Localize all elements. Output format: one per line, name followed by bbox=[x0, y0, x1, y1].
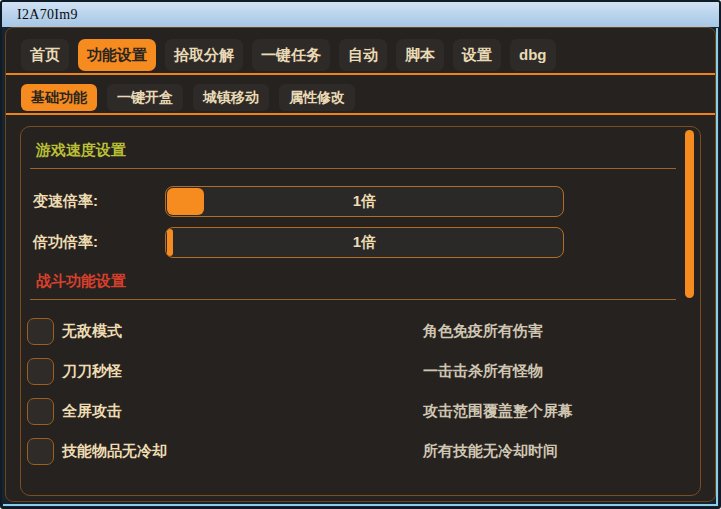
window-title: I2A70Im9 bbox=[17, 7, 78, 23]
toggle-row-skill-no-cooldown: 技能物品无冷却 所有技能无冷却时间 bbox=[27, 436, 678, 466]
checkbox-one-hit-kill[interactable] bbox=[27, 358, 54, 385]
checkbox-skill-no-cooldown[interactable] bbox=[27, 438, 54, 465]
speed-multiplier-label: 变速倍率: bbox=[27, 192, 165, 211]
app-window: I2A70Im9 首页 功能设置 拾取分解 一键任务 自动 脚本 设置 dbg … bbox=[0, 0, 721, 509]
toggle-label: 技能物品无冷却 bbox=[62, 442, 167, 461]
toggle-description: 角色免疫所有伤害 bbox=[423, 322, 543, 341]
main-tab-bar: 首页 功能设置 拾取分解 一键任务 自动 脚本 设置 dbg bbox=[6, 28, 715, 71]
speed-multiplier-slider[interactable]: 1倍 bbox=[165, 186, 564, 217]
section-title-game-speed: 游戏速度设置 bbox=[36, 140, 678, 160]
speed-multiplier-value: 1倍 bbox=[353, 192, 376, 211]
settings-panel: 游戏速度设置 变速倍率: 1倍 倍功倍率: 1倍 战斗功能设置 bbox=[20, 126, 701, 496]
toggle-description: 一击击杀所有怪物 bbox=[423, 362, 543, 381]
speed-multiplier-row: 变速倍率: 1倍 bbox=[27, 186, 678, 217]
scrollbar-thumb[interactable] bbox=[685, 130, 694, 298]
power-multiplier-value: 1倍 bbox=[353, 233, 376, 252]
subtab-town-move[interactable]: 城镇移动 bbox=[193, 84, 269, 111]
subtab-attribute-modify[interactable]: 属性修改 bbox=[279, 84, 355, 111]
tab-function-settings[interactable]: 功能设置 bbox=[78, 39, 156, 71]
tab-auto[interactable]: 自动 bbox=[339, 39, 387, 71]
section-divider bbox=[30, 299, 676, 300]
tab-dbg[interactable]: dbg bbox=[510, 39, 556, 71]
slider-handle[interactable] bbox=[167, 229, 173, 256]
tab-home[interactable]: 首页 bbox=[21, 39, 69, 71]
subtab-basic-functions[interactable]: 基础功能 bbox=[21, 84, 97, 111]
tab-pickup-decompose[interactable]: 拾取分解 bbox=[165, 39, 243, 71]
toggle-label: 刀刀秒怪 bbox=[62, 362, 122, 381]
power-multiplier-slider[interactable]: 1倍 bbox=[165, 227, 564, 258]
tab-script[interactable]: 脚本 bbox=[396, 39, 444, 71]
power-multiplier-row: 倍功倍率: 1倍 bbox=[27, 227, 678, 258]
tab-one-key-task[interactable]: 一键任务 bbox=[252, 39, 330, 71]
section-divider bbox=[30, 168, 676, 169]
toggle-description: 所有技能无冷却时间 bbox=[423, 442, 558, 461]
sub-tab-underline bbox=[6, 113, 715, 115]
subtab-one-key-open-box[interactable]: 一键开盒 bbox=[107, 84, 183, 111]
toggle-row-god-mode: 无敌模式 角色免疫所有伤害 bbox=[27, 316, 678, 346]
slider-handle[interactable] bbox=[167, 188, 204, 215]
tab-settings[interactable]: 设置 bbox=[453, 39, 501, 71]
section-title-combat: 战斗功能设置 bbox=[36, 271, 678, 291]
toggle-label: 全屏攻击 bbox=[62, 402, 122, 421]
toggle-description: 攻击范围覆盖整个屏幕 bbox=[423, 402, 573, 421]
power-multiplier-label: 倍功倍率: bbox=[27, 233, 165, 252]
toggle-row-full-screen-attack: 全屏攻击 攻击范围覆盖整个屏幕 bbox=[27, 396, 678, 426]
titlebar[interactable]: I2A70Im9 bbox=[2, 2, 719, 27]
toggle-row-one-hit-kill: 刀刀秒怪 一击击杀所有怪物 bbox=[27, 356, 678, 386]
checkbox-god-mode[interactable] bbox=[27, 318, 54, 345]
sub-tab-bar: 基础功能 一键开盒 城镇移动 属性修改 bbox=[6, 75, 715, 111]
client-area: 首页 功能设置 拾取分解 一键任务 自动 脚本 设置 dbg 基础功能 一键开盒… bbox=[5, 27, 716, 502]
toggle-label: 无敌模式 bbox=[62, 322, 122, 341]
checkbox-full-screen-attack[interactable] bbox=[27, 398, 54, 425]
